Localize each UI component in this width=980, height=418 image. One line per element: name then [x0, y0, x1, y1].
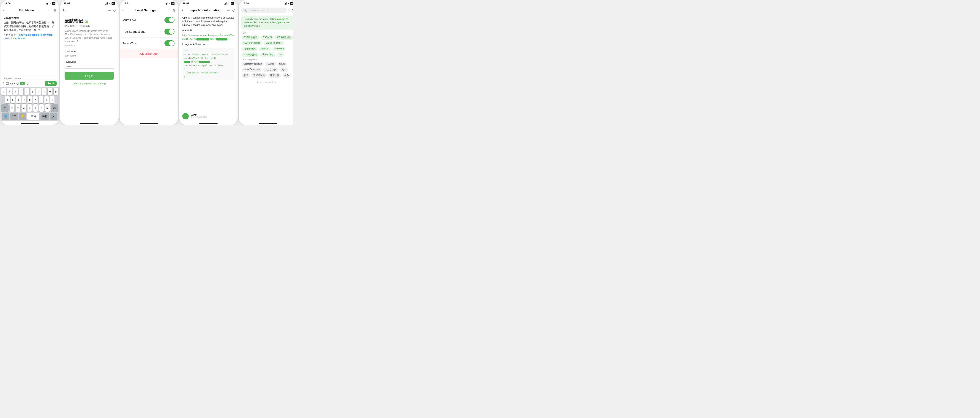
- key-space[interactable]: 空格: [27, 112, 40, 120]
- password-input[interactable]: [65, 64, 114, 69]
- key-g[interactable]: g: [27, 96, 32, 103]
- tagsuggestions-label: Tag Suggestions: [123, 30, 145, 33]
- search-bar[interactable]: 🔍 Search by content...: [242, 8, 286, 13]
- hometips-toggle[interactable]: [164, 40, 175, 46]
- login-button[interactable]: Log In: [65, 72, 114, 80]
- key-d[interactable]: d: [16, 96, 21, 103]
- key-u[interactable]: u: [36, 88, 41, 95]
- key-b[interactable]: b: [33, 104, 38, 112]
- autofold-toggle[interactable]: [164, 17, 175, 23]
- key-w[interactable]: w: [7, 88, 12, 95]
- key-q[interactable]: q: [2, 88, 6, 95]
- tag-chip[interactable]: CSS花里胡哨: [275, 35, 293, 40]
- tag-chip[interactable]: CSS技巧: [261, 35, 274, 40]
- tag-chip[interactable]: Welcome: [272, 47, 286, 51]
- search-icon: 🔍: [244, 9, 247, 12]
- tagsuggestions-toggle[interactable]: [164, 28, 175, 35]
- key-e[interactable]: e: [13, 88, 18, 95]
- mask2: ███████: [216, 38, 228, 40]
- suggestion-label: Tags suggestion: [242, 59, 293, 61]
- key-123[interactable]: 123: [10, 112, 18, 120]
- suggestion-tag-chip[interactable]: rptalk: [277, 62, 287, 66]
- tag-chip[interactable]: MacOS按键符号: [264, 41, 285, 46]
- key-v[interactable]: v: [27, 104, 32, 112]
- suggestion-tag-chip[interactable]: 开源软件: [268, 73, 281, 78]
- circle-icon-4[interactable]: ◎: [232, 8, 235, 12]
- render-preview[interactable]: Render preview: [0, 76, 59, 80]
- key-emoji[interactable]: 😊: [19, 112, 26, 120]
- key-p[interactable]: p: [54, 88, 58, 95]
- tag-chip[interactable]: Discord数据爬取: [242, 41, 262, 46]
- key-m[interactable]: m: [45, 104, 50, 112]
- battery-3: 69: [171, 2, 175, 5]
- arrow-down-icon[interactable]: ⌄: [26, 82, 29, 86]
- send-arrow-icon[interactable]: ➜: [293, 98, 293, 103]
- hash-icon[interactable]: #: [3, 82, 5, 86]
- suggestion-tag-chip[interactable]: 工程师学习: [251, 73, 267, 78]
- key-o[interactable]: o: [48, 88, 52, 95]
- circle-icon-3[interactable]: ◎: [173, 8, 175, 12]
- key-r[interactable]: r: [19, 88, 23, 95]
- username-input[interactable]: [65, 53, 114, 58]
- circle-icon-2[interactable]: ◎: [113, 8, 116, 12]
- info-footer: DAMA 图片隐私智能打码: [179, 111, 238, 121]
- suggestion-tag-chip[interactable]: resend: [265, 62, 276, 66]
- leaf-icon: 🍃: [84, 19, 89, 24]
- tag-chip[interactable]: TS中文文档: [242, 47, 258, 51]
- more-icon-1[interactable]: ···: [48, 8, 52, 12]
- version: prod 0.13.1: [65, 44, 114, 47]
- home-bar-4: [179, 121, 238, 125]
- key-j[interactable]: j: [39, 96, 43, 103]
- clipboard-icon[interactable]: ⧉: [16, 82, 19, 86]
- key-shift[interactable]: ⇧: [2, 104, 8, 112]
- status-time-4: 18:07: [183, 2, 189, 5]
- suggestion-tag-chip[interactable]: 句子: [280, 68, 288, 72]
- back-button-1[interactable]: ‹: [3, 8, 4, 12]
- back-button-3[interactable]: ‹: [122, 8, 123, 12]
- suggestion-tag-chip[interactable]: 中文字体网: [263, 68, 278, 72]
- more-icon-4[interactable]: ···: [227, 8, 231, 12]
- refresh-icon-2[interactable]: ↻: [63, 8, 66, 13]
- suggestion-tag-chip[interactable]: 壁纸: [242, 73, 250, 78]
- circle-icon-1[interactable]: ◎: [54, 8, 56, 12]
- login-form: Username Password Log In Direct login (W…: [60, 50, 119, 85]
- code-icon[interactable]: </>: [10, 82, 15, 86]
- key-i[interactable]: i: [42, 88, 46, 95]
- tag-chip[interactable]: chatgptKey: [260, 52, 275, 57]
- status-icons-2: ▲ 65: [105, 2, 115, 5]
- key-x[interactable]: x: [16, 104, 21, 112]
- checkbox-icon[interactable]: ☐: [6, 82, 9, 86]
- back-button-4[interactable]: ‹: [182, 8, 183, 12]
- send-button[interactable]: Send: [45, 81, 57, 86]
- key-z[interactable]: z: [10, 104, 14, 112]
- more-icon-2[interactable]: ···: [108, 8, 111, 12]
- tag-chip[interactable]: css: [277, 52, 284, 57]
- suggestion-tag-chip[interactable]: 摸鱼: [282, 73, 291, 78]
- key-l[interactable]: l: [50, 96, 54, 103]
- key-c[interactable]: c: [22, 104, 26, 112]
- key-h[interactable]: h: [33, 96, 38, 103]
- settings-item-clearstorage[interactable]: ClearStorage: [119, 49, 178, 59]
- key-y[interactable]: y: [30, 88, 35, 95]
- tag-chip[interactable]: Xcode快捷键: [242, 52, 259, 57]
- more-icon-3[interactable]: ···: [167, 8, 171, 12]
- memo-body1: 这是个国外的网站，收录了部分昆虫标本，有极其清晰的整体图片，彩蝶那个特别好看，加…: [4, 21, 56, 32]
- page-title-4: Important information: [189, 8, 221, 12]
- key-delete[interactable]: ⌫: [51, 104, 58, 112]
- suggestion-tag-chip[interactable]: Discord数据爬取2: [242, 62, 264, 66]
- key-k[interactable]: k: [45, 96, 49, 103]
- suggestion-tag-chip[interactable]: stableDefussion: [242, 68, 262, 72]
- key-f[interactable]: f: [22, 96, 27, 103]
- key-t[interactable]: t: [24, 88, 29, 95]
- key-s[interactable]: s: [11, 96, 15, 103]
- direct-login-link[interactable]: Direct login (WeChat binding): [65, 82, 114, 85]
- tag-chip[interactable]: Welcom: [259, 47, 271, 51]
- key-globe[interactable]: 🌐: [2, 112, 9, 120]
- key-mic[interactable]: 🎤: [50, 112, 57, 120]
- circle-icon-5[interactable]: ◎: [292, 8, 293, 12]
- tag-chip[interactable]: CSS弥散背景: [242, 35, 259, 40]
- key-a[interactable]: a: [5, 96, 10, 103]
- key-return[interactable]: 换行: [41, 112, 49, 120]
- key-n[interactable]: n: [39, 104, 44, 112]
- more-icon-5[interactable]: ···: [286, 8, 290, 12]
